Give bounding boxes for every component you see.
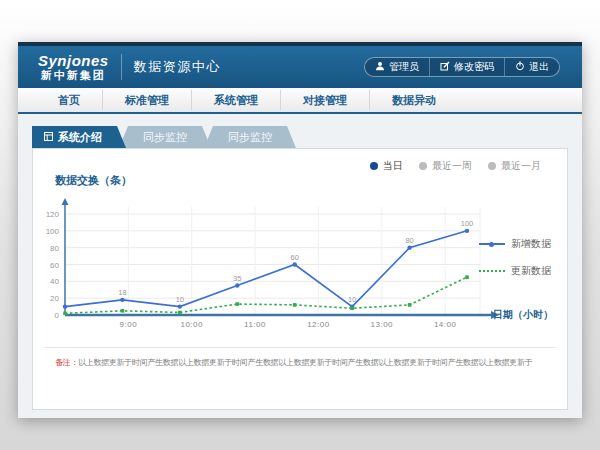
chart-x-axis-title: 日期（小时） [493,308,553,322]
tab-system-intro[interactable]: 系统介绍 [32,126,126,148]
change-password-button[interactable]: 修改密码 [429,58,504,76]
dotted-line-icon [479,270,505,272]
svg-text:9:00: 9:00 [120,320,138,329]
power-icon [515,61,525,73]
svg-text:13:00: 13:00 [371,320,394,329]
svg-text:100: 100 [46,227,60,236]
svg-text:10: 10 [348,295,356,304]
nav-item-home[interactable]: 首页 [36,90,102,110]
svg-text:40: 40 [50,277,59,286]
time-range-month-label: 最近一月 [501,159,541,173]
nav-item-data-change[interactable]: 数据异动 [369,90,458,110]
user-icon [375,61,385,73]
time-range-week-label: 最近一周 [432,159,472,173]
content-area: 系统介绍 同步监控 同步监控 当日 最近一周 [18,114,582,418]
svg-text:60: 60 [291,253,299,262]
legend-item-update-data[interactable]: 更新数据 [479,264,551,278]
footnote-text: 以上数据更新于时间产生数据以上数据更新于时间产生数据以上数据更新于时间产生数据以… [78,358,532,367]
marker-dot-icon [489,242,494,247]
time-range-radio[interactable]: 最近一周 [419,159,472,173]
document-icon [44,126,53,148]
main-navigation: 首页 标准管理 系统管理 对接管理 数据异动 [18,88,582,114]
svg-text:11:00: 11:00 [244,320,266,329]
nav-item-system-management[interactable]: 系统管理 [191,90,280,110]
svg-text:10: 10 [176,295,184,304]
brand-logo[interactable]: Synjones 新中新集团 [38,53,109,82]
nav-item-integration-management[interactable]: 对接管理 [280,90,369,110]
radio-dot-icon [370,162,378,170]
time-range-radio[interactable]: 当日 [370,159,403,173]
time-range-radio[interactable]: 最近一月 [488,159,541,173]
solid-line-icon [479,243,505,245]
svg-text:12:00: 12:00 [307,320,330,329]
brand-logo-subtitle: 新中新集团 [38,69,109,81]
chart-legend: 新增数据 更新数据 [479,237,551,278]
chart-y-axis-title: 数据交换（条） [55,173,132,188]
tab-sync-monitor-2[interactable]: 同步监控 [204,126,296,148]
footnote-label: 备注 [55,358,70,367]
svg-text:100: 100 [461,219,474,228]
app-title: 数据资源中心 [134,58,221,76]
brand-logo-name: Synjones [38,53,109,70]
app-window: Synjones 新中新集团 数据资源中心 管理员 修改密码 [18,42,582,418]
tab-sync-monitor-1[interactable]: 同步监控 [119,126,211,148]
legend-item-new-data[interactable]: 新增数据 [479,237,551,251]
svg-text:120: 120 [46,210,60,219]
logout-button[interactable]: 退出 [504,58,559,76]
radio-dot-icon [488,162,496,170]
tab-sync-monitor-2-label: 同步监控 [228,131,272,143]
admin-user-button[interactable]: 管理员 [365,58,429,76]
tab-bar: 系统介绍 同步监控 同步监控 [32,126,568,148]
tab-sync-monitor-1-label: 同步监控 [143,131,187,143]
svg-text:60: 60 [50,261,59,270]
chart-panel: 当日 最近一周 最近一月 数据交换（条） 0204060801001209:00… [32,148,568,410]
app-header: Synjones 新中新集团 数据资源中心 管理员 修改密码 [18,46,582,88]
page-background: Synjones 新中新集团 数据资源中心 管理员 修改密码 [0,0,600,450]
legend-new-data-label: 新增数据 [511,237,551,251]
admin-user-label: 管理员 [389,60,419,74]
svg-text:18: 18 [118,288,126,297]
legend-update-data-label: 更新数据 [511,264,551,278]
nav-item-standard-management[interactable]: 标准管理 [102,90,191,110]
svg-text:35: 35 [233,274,241,283]
time-range-selector: 当日 最近一周 最近一月 [370,159,541,173]
footnote-colon: ： [70,358,78,367]
logout-label: 退出 [529,60,549,74]
footnote: 备注：以上数据更新于时间产生数据以上数据更新于时间产生数据以上数据更新于时间产生… [55,357,555,368]
svg-text:80: 80 [405,236,413,245]
radio-dot-icon [419,162,427,170]
note-divider [45,347,555,348]
header-actions: 管理员 修改密码 退出 [364,57,560,77]
header-divider [121,54,122,80]
tab-system-intro-label: 系统介绍 [58,126,102,148]
svg-text:14:00: 14:00 [434,320,457,329]
edit-icon [440,61,450,73]
svg-text:20: 20 [50,294,59,303]
svg-text:80: 80 [50,244,59,253]
svg-text:10:00: 10:00 [180,320,203,329]
time-range-today-label: 当日 [383,159,403,173]
change-password-label: 修改密码 [454,60,494,74]
svg-text:0: 0 [55,311,60,320]
